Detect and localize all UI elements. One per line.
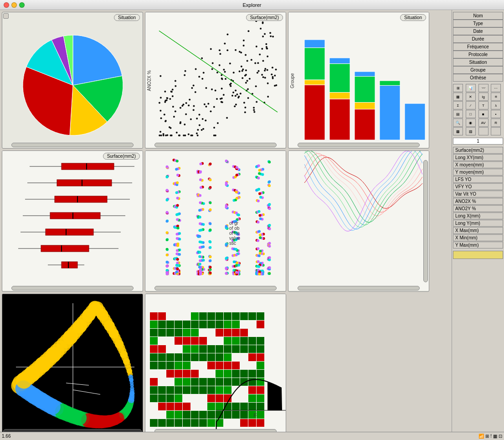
scatter-panel: Surface(mm2) ANO2X % (145, 12, 286, 149)
sidebar-var-9[interactable]: Long X(mm) (453, 212, 503, 219)
sidebar: Nom Type Date Durée Fréquence Protocole … (452, 10, 504, 440)
icon-eye[interactable]: ◉ (466, 119, 476, 127)
app-title: Explorer (243, 2, 262, 8)
title-bar: Explorer (0, 0, 504, 10)
icon-lambda[interactable]: λ (491, 101, 501, 109)
icon-pattern2[interactable]: ▨ (466, 127, 476, 135)
icon-dots[interactable]: ⋯ (491, 84, 501, 92)
scatter-canvas (145, 12, 286, 147)
status-right: 📶 ⊞ ! ▦ ⊡ (478, 434, 502, 439)
status-icon-alert[interactable]: ! (490, 434, 492, 439)
strip-text-st: stic (229, 241, 240, 246)
wave-panel: Groupe Surface(mm2) Long XY(mm) LFS YO L… (288, 150, 429, 292)
sidebar-type[interactable]: Type (453, 20, 503, 27)
sidebar-var-3[interactable]: Y moyen(mm) (453, 169, 503, 176)
boxplot-title: Surface(mm2) (103, 153, 140, 160)
icon-wave[interactable]: 〰 (478, 84, 489, 92)
boxplot-scrollbar[interactable] (11, 286, 134, 290)
sidebar-protocole[interactable]: Protocole (453, 51, 503, 58)
icon-sq[interactable]: □ (466, 110, 476, 118)
sidebar-orthese[interactable]: Orthèse (453, 74, 503, 82)
strip-panel: Situation Long XY(mm) X moyen(mm) VFY YO… (145, 150, 286, 292)
pie-chart-panel: Situation (2, 12, 143, 149)
sidebar-frequence[interactable]: Fréquence (453, 43, 503, 51)
sidebar-var-6[interactable]: Var Vit YO (453, 191, 503, 197)
sidebar-duree[interactable]: Durée (453, 35, 503, 43)
icon-slash[interactable]: ∕ (466, 101, 476, 109)
stacked-bar-scrollbar[interactable] (298, 143, 420, 147)
icon-r[interactable]: R (491, 119, 501, 127)
sidebar-var-11[interactable]: X Max(mm) (453, 227, 503, 234)
icon-star[interactable]: ✳ (491, 93, 501, 101)
icon-grid2[interactable]: ▦ (453, 93, 463, 101)
anova-canvas (145, 294, 286, 434)
pie-scrollbar[interactable] (11, 143, 134, 147)
pie-chart-canvas (2, 12, 143, 147)
sidebar-date[interactable]: Date (453, 27, 503, 35)
strip-text-ob: of ob (229, 226, 240, 231)
strip-text: of gr of ob of fre value stic (229, 221, 240, 246)
sidebar-var-7[interactable]: ANO2X % (453, 198, 503, 205)
stacked-bar-panel: Situation Groupe (288, 12, 429, 149)
icon-magnify[interactable]: 🔍 (453, 119, 463, 127)
sidebar-var-8[interactable]: ANO2Y % (453, 205, 503, 212)
sidebar-var-12[interactable]: X Min(mm) (453, 234, 503, 241)
sidebar-nom[interactable]: Nom (453, 12, 503, 20)
sidebar-number: 1 (453, 138, 503, 145)
strip-scrollbar[interactable] (154, 286, 277, 290)
sidebar-var-2[interactable]: X moyen(mm) (453, 161, 503, 168)
icon-av[interactable]: AV (478, 119, 489, 127)
minimize-button[interactable] (11, 2, 17, 8)
sidebar-var-10[interactable]: Long Y(mm) (453, 220, 503, 227)
icon-pattern[interactable]: ▩ (453, 127, 463, 135)
boxplot-canvas (2, 151, 143, 290)
icon-sigma[interactable]: Σ (453, 101, 463, 109)
wave-scrollbar-h[interactable] (298, 286, 420, 290)
pie-chart-title: Situation (114, 14, 140, 21)
icon-sq2[interactable]: ■ (478, 110, 489, 118)
sidebar-variable-list: Surface(mm2) Long XY(mm) X moyen(mm) Y m… (453, 147, 503, 248)
icon-grid3[interactable]: ▤ (453, 110, 463, 118)
icon-empty2[interactable] (491, 127, 501, 135)
status-icon-add[interactable]: ⊞ (485, 434, 489, 439)
bubble-panel: Surface(mm2) Long XY(mm) Var Vit YO Grou… (2, 294, 143, 435)
window-controls[interactable] (4, 2, 25, 8)
status-icon-bar[interactable]: 📶 (478, 434, 484, 439)
sidebar-var-0[interactable]: Surface(mm2) (453, 147, 503, 154)
content-area: Situation Surface(mm2) ANO2X % Situation… (0, 10, 452, 440)
bubble-canvas (2, 294, 143, 434)
anova-panel: All the means are equals "Situation" has… (145, 294, 286, 435)
strip-text-va: value (229, 236, 240, 241)
strip-canvas (145, 151, 286, 290)
stacked-bar-canvas (288, 12, 429, 147)
close-button[interactable] (4, 2, 9, 8)
strip-text-fr: of fre (229, 231, 240, 236)
status-icon-grid[interactable]: ▦ (493, 434, 497, 439)
scatter-scrollbar[interactable] (154, 143, 277, 147)
icon-sq3[interactable]: ▪ (491, 110, 501, 118)
sidebar-var-13[interactable]: Y Max(mm) (453, 242, 503, 248)
maximize-button[interactable] (19, 2, 25, 8)
wave-scrollbar[interactable] (423, 160, 428, 282)
icon-empty[interactable] (478, 127, 489, 135)
strip-text-gr: of gr (229, 221, 240, 226)
sidebar-var-1[interactable]: Long XY(mm) (453, 154, 503, 161)
sidebar-groupe[interactable]: Groupe (453, 66, 503, 74)
scatter-title: Surface(mm2) (246, 14, 283, 21)
main-container: Situation Surface(mm2) ANO2X % Situation… (0, 10, 504, 440)
wave-canvas (288, 151, 429, 290)
sidebar-var-4[interactable]: LFS YO (453, 176, 503, 183)
icon-chart[interactable]: 📊 (466, 84, 476, 92)
icon-grid[interactable]: ⊞ (453, 84, 463, 92)
icon-x[interactable]: ✕ (466, 93, 476, 101)
status-icon-resize[interactable]: ⊡ (499, 434, 502, 439)
stacked-bar-title: Situation (400, 14, 426, 21)
sidebar-color-indicator (453, 251, 503, 259)
sidebar-icon-grid: ⊞ 📊 〰 ⋯ ▦ ✕ Ig ✳ Σ ∕ T λ ▤ □ ■ ▪ 🔍 ◉ AV … (453, 84, 503, 135)
sidebar-situation[interactable]: Situation (453, 58, 503, 66)
status-version: 1.66 (2, 434, 10, 439)
icon-t[interactable]: T (478, 101, 489, 109)
sidebar-var-5[interactable]: VFY YO (453, 183, 503, 190)
sidebar-labels: Nom Type Date Durée Fréquence Protocole … (453, 12, 503, 82)
icon-ig[interactable]: Ig (478, 93, 489, 101)
